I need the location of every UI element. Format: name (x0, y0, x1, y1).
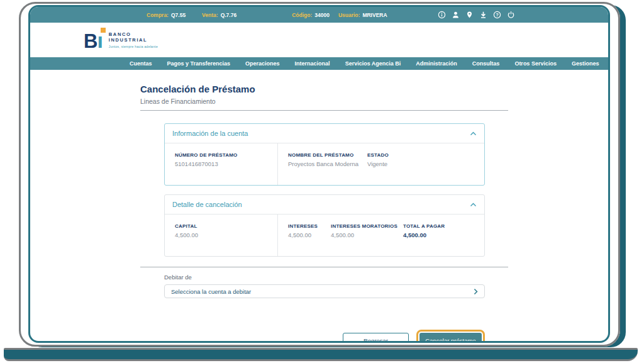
account-info-panel: Información de la cuenta NÚMERO DE PRÉST… (164, 123, 485, 186)
session-codigo: Código: 34000 (292, 12, 330, 18)
help-icon[interactable]: ? (493, 11, 501, 19)
logo-row: Bı BANCO INDUSTRIAL Juntos, siempre haci… (30, 23, 608, 57)
bank-tagline: Juntos, siempre hacia adelante (109, 45, 158, 48)
bank-name-line1: BANCO (109, 31, 158, 37)
logo-text: BANCO INDUSTRIAL Juntos, siempre hacia a… (109, 31, 158, 49)
svg-text:?: ? (496, 12, 499, 18)
debit-account-select-placeholder: Selecciona la cuenta a debitar (171, 288, 251, 295)
field-total-a-pagar: TOTAL A PAGAR 4,500.00 (403, 223, 445, 247)
debit-from-label: Debitar de (164, 274, 485, 281)
nav-servicios-agencia-bi[interactable]: Servicios Agencia Bi (345, 60, 401, 67)
logo-letter-b: B (84, 30, 97, 52)
cancellation-detail-panel: Detalle de cancelación CAPITAL 4,500.00 (164, 194, 485, 257)
screenshot-canvas: Compra: Q7.55 Venta: Q.7.76 Código: 3400… (0, 0, 644, 363)
power-icon[interactable] (507, 11, 515, 19)
chevron-right-icon (474, 288, 478, 295)
page-title: Cancelación de Préstamo (140, 84, 508, 94)
click-highlight-ring: Cancelar préstamo (416, 330, 485, 343)
field-numero-prestamo: NÚMERO DE PRÉSTAMO 5101416870013 (165, 143, 278, 185)
field-estado: ESTADO Vigente (367, 152, 389, 176)
chevron-up-icon[interactable] (470, 131, 477, 136)
venta-label: Venta: (202, 12, 218, 18)
regresar-button[interactable]: Regresar (343, 333, 409, 343)
info-icon[interactable] (438, 11, 446, 19)
field-intereses: INTERESES 4,500.00 (288, 223, 331, 247)
section-divider (140, 267, 508, 267)
location-pin-icon[interactable] (465, 11, 474, 19)
exchange-rate-venta: Venta: Q.7.76 (202, 12, 236, 18)
account-info-panel-header[interactable]: Información de la cuenta (165, 124, 484, 143)
debit-account-select[interactable]: Selecciona la cuenta a debitar (164, 284, 485, 298)
codigo-value: 34000 (314, 12, 330, 18)
main-navigation: Cuentas Pagos y Transferencias Operacion… (30, 57, 608, 70)
title-divider (140, 110, 508, 111)
top-status-bar: Compra: Q7.55 Venta: Q.7.76 Código: 3400… (30, 7, 608, 23)
codigo-label: Código: (292, 12, 312, 18)
laptop-base (4, 348, 638, 361)
user-icon[interactable] (452, 11, 460, 19)
nav-cuentas[interactable]: Cuentas (130, 60, 152, 67)
compra-value: Q7.55 (171, 12, 186, 18)
page-subtitle: Lineas de Financiamiento (140, 98, 508, 105)
nav-otros-servicios[interactable]: Otros Servicios (514, 60, 557, 67)
field-capital: CAPITAL 4,500.00 (165, 215, 278, 256)
bank-logo: Bı BANCO INDUSTRIAL Juntos, siempre haci… (84, 30, 158, 51)
account-info-panel-body: NÚMERO DE PRÉSTAMO 5101416870013 NOMBRE … (165, 143, 484, 185)
cancellation-detail-panel-header[interactable]: Detalle de cancelación (165, 195, 484, 215)
usuario-value: MRIVERA (362, 12, 387, 18)
cancelar-prestamo-button[interactable]: Cancelar préstamo (419, 333, 482, 343)
nav-consultas[interactable]: Consultas (472, 60, 500, 67)
account-info-panel-title: Información de la cuenta (172, 130, 248, 137)
exchange-rate-compra: Compra: Q7.55 (147, 12, 186, 18)
logo-yellow-square (101, 28, 106, 33)
field-nombre-prestamo: NOMBRE DEL PRÉSTAMO Proyectos Banca Mode… (288, 152, 367, 176)
download-icon[interactable] (479, 11, 487, 19)
compra-label: Compra: (147, 12, 169, 18)
nav-pagos-transferencias[interactable]: Pagos y Transferencias (167, 60, 231, 67)
usuario-label: Usuario: (338, 12, 360, 18)
chevron-up-icon[interactable] (470, 203, 477, 207)
topbar-icon-group: ? (438, 11, 515, 19)
bi-logo-mark: Bı (84, 30, 103, 51)
venta-value: Q.7.76 (221, 12, 237, 18)
session-usuario: Usuario: MRIVERA (338, 12, 387, 18)
field-intereses-moratorios: INTERESES MORATORIOS 4,500.00 (331, 223, 403, 247)
cancellation-detail-panel-title: Detalle de cancelación (172, 201, 242, 208)
cancellation-detail-panel-body: CAPITAL 4,500.00 INTERESES 4,500.00 INTE… (165, 215, 484, 256)
nav-gestiones[interactable]: Gestiones (572, 60, 599, 67)
bank-name-line2: INDUSTRIAL (109, 37, 158, 43)
nav-administracion[interactable]: Administración (416, 60, 457, 67)
nav-operaciones[interactable]: Operaciones (245, 60, 280, 67)
nav-internacional[interactable]: Internacional (295, 60, 330, 67)
main-content: Cancelación de Préstamo Lineas de Financ… (30, 70, 608, 343)
action-buttons-row: Regresar Cancelar préstamo (164, 330, 485, 343)
browser-app-window: Compra: Q7.55 Venta: Q.7.76 Código: 3400… (28, 5, 610, 343)
